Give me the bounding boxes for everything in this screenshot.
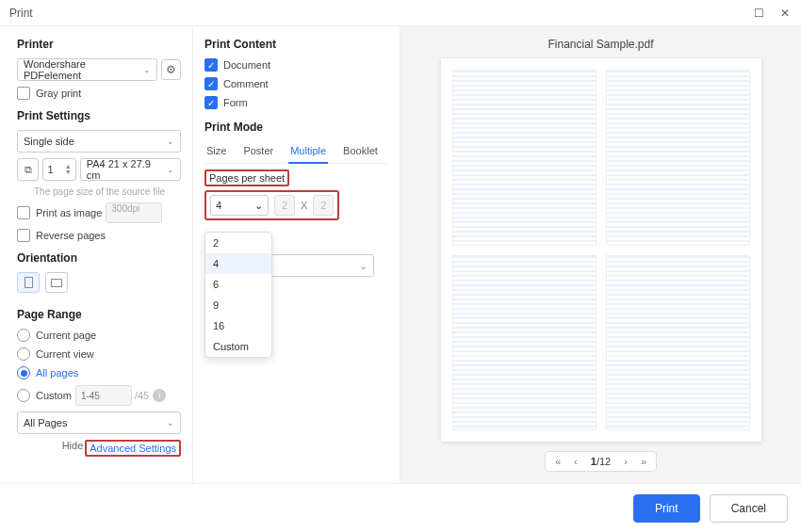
pps-dropdown: 2 4 6 9 16 Custom [204,232,272,358]
tab-booklet[interactable]: Booklet [341,141,380,163]
document-label: Document [223,59,270,71]
reverse-pages-label: Reverse pages [36,230,106,241]
print-as-image-label: Print as image [36,207,102,218]
advanced-row: Hide Advanced Settings [17,440,181,457]
form-checkbox[interactable]: ✓ [204,96,218,109]
page-range-heading: Page Range [17,308,181,321]
page-filter-select[interactable]: All Pages ⌄ [17,411,181,434]
copies-value: 1 [47,164,53,175]
orientation-landscape[interactable] [45,272,68,293]
gray-print-label: Gray print [36,88,81,99]
orientation-heading: Orientation [17,251,181,265]
custom-range-label: Custom [36,390,72,401]
hide-link[interactable]: Hide [62,440,84,457]
pps-cols-input[interactable]: 2 [274,195,295,216]
chevron-down-icon: ⌄ [167,137,174,146]
window-controls: ☐ ✕ [752,7,792,20]
chevron-down-icon: ⌄ [167,418,174,427]
pager-total: /12 [597,456,611,467]
preview-pager: « ‹ 1/12 › » [545,451,657,472]
paper-select[interactable]: PA4 21 x 27.9 cm ⌄ [80,158,181,181]
pps-value: 4 [216,200,221,211]
advanced-settings-link[interactable]: Advanced Settings [85,440,181,457]
pps-option-16[interactable]: 16 [205,315,271,336]
chevron-down-icon: ⌄ [254,200,263,212]
tab-poster[interactable]: Poster [241,141,275,163]
pages-per-sheet-row: 4 ⌄ 2 X 2 [204,190,339,220]
pps-option-4[interactable]: 4 [205,253,271,274]
preview-thumb [606,70,750,246]
current-page-label: Current page [36,330,96,341]
copies-icon[interactable]: ⧉ [17,158,39,181]
custom-range-total: /45 [135,390,149,401]
chevron-down-icon: ⌄ [359,260,368,272]
print-mode-heading: Print Mode [204,121,388,134]
printer-select[interactable]: Wondershare PDFelement ⌄ [17,58,157,81]
pps-option-6[interactable]: 6 [205,274,271,295]
chevron-down-icon: ⌄ [143,65,151,74]
pps-option-9[interactable]: 9 [205,295,271,315]
pager-prev-icon[interactable]: ‹ [574,456,578,467]
x-label: X [301,200,307,211]
cancel-button[interactable]: Cancel [710,494,788,523]
dialog-footer: Print Cancel [0,483,801,532]
chevron-down-icon: ⌄ [167,165,174,174]
document-checkbox[interactable]: ✓ [204,58,218,72]
maximize-icon[interactable]: ☐ [752,7,765,20]
printer-select-value: Wondershare PDFelement [24,58,143,81]
tab-size[interactable]: Size [204,141,228,163]
page-filter-value: All Pages [24,417,67,428]
print-content-heading: Print Content [204,38,388,51]
all-pages-label: All pages [36,367,78,379]
printer-settings-icon[interactable]: ⚙ [161,59,181,80]
sides-value: Single side [24,136,74,147]
window-title: Print [9,7,33,20]
stepper-arrows-icon[interactable]: ▲▼ [65,164,72,175]
preview-sheet [441,58,761,442]
mode-tabs: Size Poster Multiple Booklet [204,141,388,164]
left-panel: Printer Wondershare PDFelement ⌄ ⚙ Gray … [0,26,193,483]
source-size-hint: The page size of the source file [34,186,181,197]
pps-rows-input[interactable]: 2 [313,195,334,216]
preview-filename: Financial Sample.pdf [548,38,653,51]
comment-checkbox[interactable]: ✓ [204,77,218,90]
pager-first-icon[interactable]: « [555,456,561,467]
preview-thumb [452,70,597,246]
comment-label: Comment [223,78,269,89]
custom-range-radio[interactable] [17,389,30,402]
pps-option-custom[interactable]: Custom [205,336,271,357]
current-view-radio[interactable] [17,347,30,361]
dpi-input[interactable]: 300dpi [106,202,162,223]
main-area: Printer Wondershare PDFelement ⌄ ⚙ Gray … [0,26,801,483]
print-as-image-checkbox[interactable] [17,206,30,219]
current-view-label: Current view [36,348,94,360]
preview-thumb [452,255,597,431]
pages-per-sheet-label: Pages per sheet [204,169,289,186]
gray-print-checkbox[interactable] [17,87,30,100]
print-settings-heading: Print Settings [17,109,181,122]
orientation-portrait[interactable] [17,272,40,293]
paper-value: PA4 21 x 27.9 cm [87,158,167,181]
titlebar: Print ☐ ✕ [0,0,801,26]
tab-multiple[interactable]: Multiple [288,141,328,164]
pps-option-2[interactable]: 2 [205,233,271,253]
all-pages-radio[interactable] [17,366,30,379]
pager-last-icon[interactable]: » [641,456,646,467]
current-page-radio[interactable] [17,329,30,342]
printer-heading: Printer [17,38,181,51]
copies-stepper[interactable]: 1 ▲▼ [42,158,75,181]
pager-page: 1/12 [591,456,611,467]
middle-panel: Print Content ✓Document ✓Comment ✓Form P… [193,26,400,483]
pager-next-icon[interactable]: › [624,456,628,467]
preview-thumb [606,255,750,431]
help-icon[interactable]: i [153,389,166,402]
reverse-pages-checkbox[interactable] [17,229,30,242]
pages-per-sheet-select[interactable]: 4 ⌄ [210,195,269,216]
close-icon[interactable]: ✕ [778,7,792,20]
preview-panel: Financial Sample.pdf « ‹ 1/12 › » [400,26,801,483]
form-label: Form [223,97,248,108]
custom-range-input[interactable] [75,385,132,406]
sides-select[interactable]: Single side ⌄ [17,130,181,153]
print-button[interactable]: Print [633,494,700,523]
